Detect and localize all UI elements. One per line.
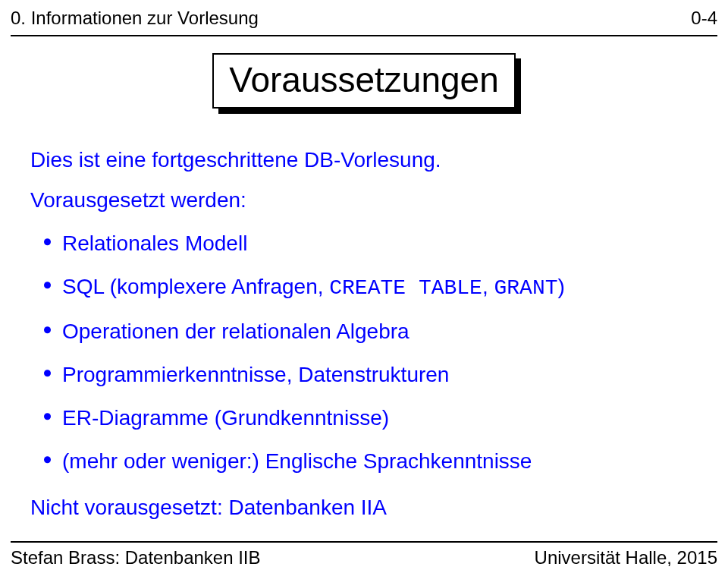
item-text: ER-Diagramme (Grundkenntnisse) [62, 406, 389, 430]
item-text: (mehr oder weniger:) Englische Sprachken… [62, 449, 532, 473]
footer-left: Stefan Brass: Datenbanken IIB [11, 547, 261, 568]
slide-header: 0. Informationen zur Vorlesung 0-4 [11, 8, 717, 29]
item-text-mid: , [482, 275, 494, 298]
title-shadow: Voraussetzungen [212, 53, 516, 109]
item-text: Relationales Modell [62, 231, 247, 255]
list-item: Operationen der relationalen Algebra [30, 318, 698, 345]
item-text: Operationen der relationalen Algebra [62, 320, 410, 343]
header-page-number: 0-4 [691, 8, 717, 29]
slide-footer: Stefan Brass: Datenbanken IIB Universitä… [11, 547, 717, 568]
header-left: 0. Informationen zur Vorlesung [11, 8, 259, 29]
header-rule [11, 35, 717, 36]
item-code2: GRANT [494, 276, 557, 300]
slide-body: Dies ist eine fortgeschrittene DB-Vorles… [30, 133, 698, 521]
item-text-post: ) [557, 275, 564, 298]
slide-title: Voraussetzungen [212, 53, 516, 109]
item-code: CREATE TABLE [329, 276, 482, 300]
bullet-list: Relationales Modell SQL (komplexere Anfr… [30, 230, 698, 474]
lead-text: Vorausgesetzt werden: [30, 187, 698, 213]
footer-rule [11, 541, 717, 543]
item-text-pre: SQL (komplexere Anfragen, [62, 275, 329, 298]
footer-right: Universität Halle, 2015 [535, 547, 717, 568]
item-text: Programmierkenntnisse, Datenstrukturen [62, 363, 449, 386]
list-item: Programmierkenntnisse, Datenstrukturen [30, 361, 698, 388]
list-item: (mehr oder weniger:) Englische Sprachken… [30, 448, 698, 474]
intro-text: Dies ist eine fortgeschrittene DB-Vorles… [30, 146, 698, 173]
list-item: Relationales Modell [30, 230, 698, 257]
slide: 0. Informationen zur Vorlesung 0-4 Vorau… [0, 0, 728, 573]
closing-text: Nicht vorausgesetzt: Datenbanken IIA [30, 494, 698, 521]
list-item: SQL (komplexere Anfragen, CREATE TABLE, … [30, 273, 698, 301]
title-wrap: Voraussetzungen [0, 53, 728, 109]
list-item: ER-Diagramme (Grundkenntnisse) [30, 405, 698, 431]
